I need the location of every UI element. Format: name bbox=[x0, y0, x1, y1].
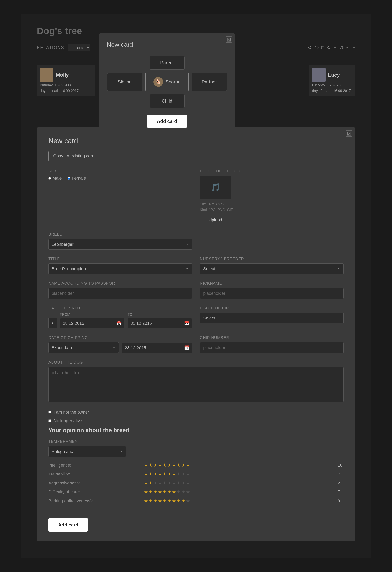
star-filled[interactable]: ★ bbox=[163, 472, 167, 477]
star-filled[interactable]: ★ bbox=[158, 490, 162, 494]
star-empty[interactable]: ★ bbox=[167, 480, 171, 486]
upload-btn[interactable]: Upload bbox=[200, 215, 231, 225]
stars[interactable]: ★★★★★★★★★★ bbox=[144, 498, 335, 504]
no-longer-alive-checkbox[interactable] bbox=[48, 419, 51, 422]
zoom-out-icon[interactable]: − bbox=[334, 45, 337, 50]
star-empty[interactable]: ★ bbox=[163, 480, 167, 486]
stars[interactable]: ★★★★★★★★★★ bbox=[144, 472, 335, 477]
dob-to-input[interactable] bbox=[131, 321, 184, 326]
star-filled[interactable]: ★ bbox=[177, 463, 181, 468]
not-owner-checkbox[interactable] bbox=[48, 411, 51, 413]
star-filled[interactable]: ★ bbox=[149, 480, 153, 486]
sex-male-label[interactable]: Male bbox=[48, 176, 62, 181]
add-card-btn-relation[interactable]: Add card bbox=[147, 115, 187, 128]
star-empty[interactable]: ★ bbox=[177, 472, 181, 477]
dog-card-molly[interactable]: Molly Birthday16.09.2006 day of death16.… bbox=[37, 65, 95, 96]
star-filled[interactable]: ★ bbox=[167, 472, 171, 477]
star-empty[interactable]: ★ bbox=[186, 472, 190, 477]
star-empty[interactable]: ★ bbox=[181, 480, 185, 486]
star-filled[interactable]: ★ bbox=[153, 498, 157, 504]
star-filled[interactable]: ★ bbox=[163, 490, 167, 494]
star-empty[interactable]: ★ bbox=[172, 480, 176, 486]
star-filled[interactable]: ★ bbox=[144, 498, 148, 504]
star-filled[interactable]: ★ bbox=[153, 463, 157, 468]
sex-male-radio[interactable] bbox=[48, 177, 51, 180]
star-filled[interactable]: ★ bbox=[172, 463, 176, 468]
rotate-right-icon[interactable]: ↻ bbox=[327, 45, 331, 50]
star-filled[interactable]: ★ bbox=[172, 490, 176, 494]
star-empty[interactable]: ★ bbox=[181, 472, 185, 477]
star-filled[interactable]: ★ bbox=[149, 463, 153, 468]
sibling-btn[interactable]: Sibling bbox=[107, 73, 142, 91]
child-btn[interactable]: Child bbox=[150, 94, 184, 108]
star-filled[interactable]: ★ bbox=[158, 498, 162, 504]
star-empty[interactable]: ★ bbox=[186, 498, 190, 504]
star-filled[interactable]: ★ bbox=[144, 480, 148, 486]
doc-date-input[interactable] bbox=[125, 345, 184, 350]
star-filled[interactable]: ★ bbox=[172, 472, 176, 477]
breed-select[interactable]: Leonberger bbox=[48, 239, 192, 250]
star-filled[interactable]: ★ bbox=[158, 472, 162, 477]
star-filled[interactable]: ★ bbox=[158, 463, 162, 468]
chip-input[interactable] bbox=[200, 342, 344, 353]
star-filled[interactable]: ★ bbox=[149, 490, 153, 494]
dob-type-select[interactable]: Approximate period bbox=[48, 318, 57, 328]
star-empty[interactable]: ★ bbox=[177, 480, 181, 486]
doc-type-select[interactable]: Exact date bbox=[48, 342, 119, 353]
star-filled[interactable]: ★ bbox=[177, 498, 181, 504]
star-filled[interactable]: ★ bbox=[181, 463, 185, 468]
star-empty[interactable]: ★ bbox=[186, 490, 190, 494]
stars[interactable]: ★★★★★★★★★★ bbox=[144, 480, 335, 486]
star-filled[interactable]: ★ bbox=[186, 463, 190, 468]
star-filled[interactable]: ★ bbox=[181, 498, 185, 504]
star-filled[interactable]: ★ bbox=[167, 463, 171, 468]
no-longer-alive-row[interactable]: No longer alive bbox=[48, 418, 344, 423]
nursery-select[interactable]: Select... bbox=[200, 263, 344, 274]
star-filled[interactable]: ★ bbox=[163, 463, 167, 468]
sex-label: SEX bbox=[48, 169, 192, 173]
calendar-doc-icon[interactable]: 📅 bbox=[184, 345, 189, 350]
star-filled[interactable]: ★ bbox=[167, 498, 171, 504]
pob-select[interactable]: Select... bbox=[200, 313, 344, 323]
star-filled[interactable]: ★ bbox=[153, 490, 157, 494]
zoom-in-icon[interactable]: + bbox=[352, 45, 355, 50]
star-empty[interactable]: ★ bbox=[186, 480, 190, 486]
sharon-btn[interactable]: 🐕 Sharon bbox=[145, 73, 189, 91]
star-filled[interactable]: ★ bbox=[144, 463, 148, 468]
rating-count: 10 bbox=[338, 463, 344, 468]
star-empty[interactable]: ★ bbox=[153, 480, 157, 486]
name-passport-input[interactable] bbox=[48, 288, 192, 299]
modal-form-close[interactable]: ⊠ bbox=[346, 130, 352, 137]
relations-select[interactable]: parents bbox=[68, 44, 90, 51]
temperament-select[interactable]: Phlegmatic bbox=[48, 446, 126, 457]
copy-existing-card-btn[interactable]: Copy an existing card bbox=[48, 151, 99, 161]
nickname-input[interactable] bbox=[200, 288, 344, 299]
calendar-from-icon[interactable]: 📅 bbox=[116, 321, 121, 326]
star-filled[interactable]: ★ bbox=[163, 498, 167, 504]
about-textarea[interactable] bbox=[48, 367, 344, 402]
sex-female-label[interactable]: Female bbox=[68, 176, 86, 181]
rotate-left-icon[interactable]: ↺ bbox=[308, 45, 312, 50]
star-filled[interactable]: ★ bbox=[144, 472, 148, 477]
parent-btn[interactable]: Parent bbox=[150, 56, 184, 70]
stars[interactable]: ★★★★★★★★★★ bbox=[144, 490, 335, 494]
dob-from-input[interactable] bbox=[63, 321, 116, 326]
stars[interactable]: ★★★★★★★★★★ bbox=[144, 463, 335, 468]
star-filled[interactable]: ★ bbox=[167, 490, 171, 494]
star-filled[interactable]: ★ bbox=[144, 490, 148, 494]
partner-btn[interactable]: Partner bbox=[192, 73, 227, 91]
star-empty[interactable]: ★ bbox=[158, 480, 162, 486]
not-owner-row[interactable]: I am not the owner bbox=[48, 410, 344, 415]
star-filled[interactable]: ★ bbox=[149, 498, 153, 504]
sex-female-radio[interactable] bbox=[68, 177, 70, 180]
add-card-btn-form[interactable]: Add card bbox=[48, 518, 88, 532]
star-filled[interactable]: ★ bbox=[172, 498, 176, 504]
star-filled[interactable]: ★ bbox=[153, 472, 157, 477]
star-filled[interactable]: ★ bbox=[149, 472, 153, 477]
calendar-to-icon[interactable]: 📅 bbox=[184, 321, 189, 326]
star-empty[interactable]: ★ bbox=[181, 490, 185, 494]
modal-relation-close[interactable]: ⊠ bbox=[226, 36, 232, 43]
title-select[interactable]: Breed's champion bbox=[48, 263, 192, 274]
star-empty[interactable]: ★ bbox=[177, 490, 181, 494]
dog-card-lucy[interactable]: Lucy Birthday16.09.2006 day of death16.0… bbox=[309, 65, 355, 96]
